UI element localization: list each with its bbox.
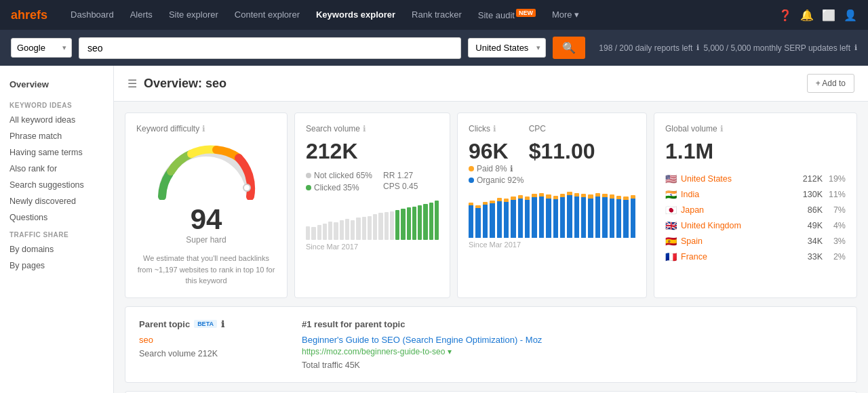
- sidebar-item-having-same-terms[interactable]: Having same terms: [0, 144, 113, 161]
- nav-alerts[interactable]: Alerts: [123, 7, 159, 23]
- clicks-card-title: Clicks ℹ: [469, 124, 509, 133]
- country-name-us[interactable]: United States: [681, 174, 794, 184]
- parent-topic-volume: Search volume 212K: [139, 349, 275, 358]
- sv-bar-16: [395, 210, 399, 240]
- clicks-stats: Paid 8% ℹ Organic 92%: [469, 164, 635, 185]
- country-name-jp[interactable]: Japan: [681, 205, 794, 215]
- kd-value: 94: [136, 205, 276, 234]
- nav-rank-tracker[interactable]: Rank tracker: [405, 7, 469, 23]
- country-name-es[interactable]: Spain: [681, 236, 794, 246]
- sidebar-item-phrase-match[interactable]: Phrase match: [0, 128, 113, 144]
- sv-not-clicked: Not clicked 65%: [306, 171, 372, 180]
- serp-tooltip-icon[interactable]: ℹ: [854, 43, 857, 52]
- clicks-value: 96K: [469, 139, 509, 164]
- user-icon[interactable]: 👤: [844, 9, 857, 22]
- reports-info: 198 / 200 daily reports left ℹ 5,000 / 5…: [599, 43, 857, 53]
- search-button[interactable]: 🔍: [553, 37, 585, 59]
- country-row-gb: 🇬🇧 United Kingdom 49K 4%: [665, 220, 846, 231]
- menu-icon[interactable]: ☰: [127, 77, 137, 90]
- organic-bar-17: [588, 199, 593, 238]
- parent-topic-link[interactable]: seo: [139, 335, 275, 345]
- svg-point-0: [243, 184, 250, 191]
- clicks-bar-wrapper-10: [539, 190, 544, 238]
- sv-bar-11: [368, 216, 372, 240]
- help-icon[interactable]: ❓: [778, 9, 792, 22]
- result-title-link[interactable]: Beginner's Guide to SEO (Search Engine O…: [302, 335, 843, 345]
- paid-tooltip-icon[interactable]: ℹ: [510, 164, 513, 173]
- country-row-in: 🇮🇳 India 130K 11%: [665, 189, 846, 200]
- sidebar-item-questions[interactable]: Questions: [0, 209, 113, 226]
- organic-bar-9: [532, 197, 536, 238]
- sidebar-item-newly-discovered[interactable]: Newly discovered: [0, 193, 113, 209]
- sv-since-label: Since Mar 2017: [306, 243, 439, 251]
- sv-bar-13: [378, 213, 382, 240]
- dropdown-icon[interactable]: ▾: [448, 347, 452, 356]
- sidebar-item-by-pages[interactable]: By pages: [0, 257, 113, 274]
- bell-icon[interactable]: 🔔: [800, 9, 814, 22]
- clicks-bar-wrapper-6: [511, 190, 515, 238]
- clicks-tooltip-icon[interactable]: ℹ: [493, 124, 496, 133]
- clicks-bar-wrapper-0: [469, 190, 473, 238]
- parent-tooltip-icon[interactable]: ℹ: [221, 319, 224, 329]
- kd-tooltip-icon[interactable]: ℹ: [202, 124, 205, 133]
- sidebar-item-search-suggestions[interactable]: Search suggestions: [0, 177, 113, 193]
- content-header: ☰ Overview: seo + Add to: [114, 66, 868, 102]
- flag-us: 🇺🇸: [665, 173, 677, 184]
- sidebar-keyword-ideas-title: KEYWORD IDEAS: [0, 96, 113, 112]
- organic-bar-19: [602, 197, 607, 238]
- organic-bar-20: [610, 199, 614, 238]
- nav-content-explorer[interactable]: Content explorer: [228, 7, 307, 23]
- country-pct-in: 11%: [827, 190, 846, 199]
- organic-bar-1: [475, 208, 480, 238]
- organic-bar-16: [581, 197, 586, 238]
- flag-gb: 🇬🇧: [665, 220, 677, 231]
- country-name-in[interactable]: India: [681, 190, 794, 199]
- gv-tooltip-icon[interactable]: ℹ: [720, 124, 724, 133]
- sv-bar-14: [384, 212, 389, 240]
- country-name-gb[interactable]: United Kingdom: [681, 221, 794, 230]
- country-pct-gb: 4%: [827, 221, 846, 230]
- nav-dashboard[interactable]: Dashboard: [64, 7, 121, 23]
- sv-clicked: Clicked 35%: [306, 183, 372, 192]
- sv-bar-4: [328, 222, 332, 240]
- engine-select-wrapper: Google Bing: [11, 38, 72, 58]
- sv-bar-6: [340, 220, 344, 240]
- reports-tooltip-icon[interactable]: ℹ: [696, 43, 699, 52]
- organic-bar-0: [469, 205, 473, 238]
- sidebar-overview[interactable]: Overview: [0, 74, 113, 96]
- sv-rr-cps: RR 1.27 CPS 0.45: [383, 171, 418, 192]
- kd-card-title: Keyword difficulty ℹ: [136, 124, 276, 133]
- country-name-fr[interactable]: France: [681, 252, 794, 262]
- content-header-left: ☰ Overview: seo: [127, 77, 226, 91]
- gv-value: 1.1M: [665, 139, 846, 164]
- flag-es: 🇪🇸: [665, 236, 677, 247]
- sv-bar-18: [407, 207, 411, 240]
- organic-bar-11: [546, 199, 551, 238]
- sidebar-item-all-keyword-ideas[interactable]: All keyword ideas: [0, 112, 113, 128]
- nav-more[interactable]: More ▾: [545, 7, 586, 23]
- organic-bar-22: [623, 200, 628, 238]
- search-input[interactable]: [79, 37, 461, 59]
- engine-select[interactable]: Google Bing: [11, 38, 72, 58]
- clicks-bar-wrapper-3: [490, 190, 494, 238]
- country-select[interactable]: United States: [468, 38, 546, 58]
- sv-tooltip-icon[interactable]: ℹ: [363, 124, 366, 133]
- nav-site-explorer[interactable]: Site explorer: [162, 7, 225, 23]
- organic-bar-15: [574, 196, 579, 238]
- sidebar-traffic-share-title: TRAFFIC SHARE: [0, 226, 113, 241]
- sidebar-item-also-rank-for[interactable]: Also rank for: [0, 161, 113, 177]
- sv-bar-3: [323, 224, 327, 240]
- country-select-wrapper: United States: [468, 38, 546, 58]
- nav-site-audit[interactable]: Site auditNEW: [471, 7, 542, 23]
- nav-keywords-explorer[interactable]: Keywords explorer: [309, 7, 402, 23]
- sidebar-item-by-domains[interactable]: By domains: [0, 241, 113, 257]
- window-icon[interactable]: ⬜: [822, 9, 835, 22]
- clicks-bar-wrapper-14: [567, 190, 572, 238]
- parent-topic-label: Parent topic BETA ℹ: [139, 319, 275, 329]
- organic-bar-14: [567, 195, 572, 238]
- sv-bar-19: [412, 207, 416, 240]
- kd-gauge: [136, 139, 276, 200]
- add-to-button[interactable]: + Add to: [807, 74, 854, 93]
- sv-value: 212K: [306, 139, 439, 164]
- logo[interactable]: ahrefs: [11, 8, 47, 22]
